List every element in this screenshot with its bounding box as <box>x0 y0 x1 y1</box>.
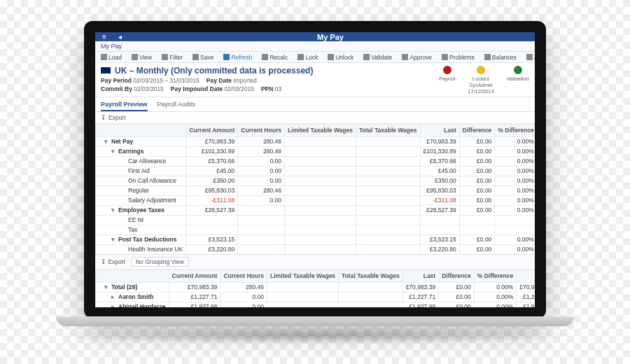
col-header[interactable]: Limited Taxable Wages <box>267 270 339 282</box>
table-row[interactable]: Regular£95,830.03280.46£95,830.03£0.000.… <box>96 186 536 195</box>
expand-icon[interactable]: ▸ <box>111 303 117 307</box>
col-header[interactable]: Current Amount <box>169 270 220 282</box>
app-title: My Pay <box>130 33 531 41</box>
employee-grid[interactable]: Current AmountCurrent HoursLimited Taxab… <box>95 270 535 307</box>
problems-button[interactable]: Problems <box>439 52 477 62</box>
export-button[interactable]: ↧ Export <box>101 114 126 121</box>
titlebar: ≡ ◂ My Pay <box>95 32 535 41</box>
table-row[interactable]: Health Insurance UK£3,220.80£3,220.80£0.… <box>96 244 536 254</box>
filter-icon <box>162 54 168 60</box>
export-bar: ↧ Export <box>95 112 535 124</box>
unlock-icon <box>328 54 334 60</box>
expand-icon[interactable]: ▾ <box>104 138 110 145</box>
col-header[interactable]: Total Taxable Wages <box>356 124 420 136</box>
expand-icon[interactable]: ▸ <box>111 293 117 300</box>
status-dot: Locked SysAdmin 17/12/2014 <box>468 66 494 94</box>
uk-flag-icon <box>101 67 111 74</box>
table-row[interactable]: ▾Employee Taxes£28,527.39£28,527.39£0.00… <box>96 205 536 215</box>
refresh-button[interactable]: Refresh <box>220 52 255 62</box>
table-row[interactable]: Salary Adjustment-£311.080.00-£311.08£0.… <box>96 195 536 205</box>
menu-icon[interactable]: ≡ <box>99 33 109 41</box>
audits-button[interactable]: Audits <box>524 52 535 62</box>
col-header[interactable]: MTD <box>517 270 535 282</box>
table-row[interactable]: Tax£20,934.12 <box>96 225 536 234</box>
recalc-icon <box>262 54 268 60</box>
status-dot: Validation <box>507 66 529 94</box>
expand-icon[interactable]: ▾ <box>111 148 117 155</box>
table-row[interactable]: ▸Aaron Smith£1,227.710.00£1,227.71£0.000… <box>96 292 536 302</box>
grouping-view-label[interactable]: No Grouping View <box>131 257 189 267</box>
col-header[interactable] <box>96 124 186 136</box>
expand-icon[interactable]: ▾ <box>104 284 110 290</box>
load-icon <box>101 54 107 60</box>
page-header: UK – Monthly (Only committed data is pro… <box>95 63 535 97</box>
validate-icon <box>363 54 370 60</box>
table-row[interactable]: ▾Net Pay£70,983.39280.46£70,983.39£0.000… <box>96 136 536 146</box>
summary-grid[interactable]: Current AmountCurrent HoursLimited Taxab… <box>95 124 535 254</box>
table-row[interactable]: On Call Allowance£350.000.00£350.00£0.00… <box>96 176 536 186</box>
back-icon[interactable]: ◂ <box>115 33 125 41</box>
view-button[interactable]: View <box>129 52 155 62</box>
col-header[interactable]: % Difference <box>474 270 517 282</box>
table-row[interactable]: ▾Earnings£101,330.89280.46£101,330.89£0.… <box>96 146 536 156</box>
view-icon <box>132 54 138 60</box>
col-header[interactable]: Current Hours <box>220 270 267 282</box>
col-header[interactable]: % Difference <box>495 124 535 136</box>
tab-payroll-audits[interactable]: Payroll Audits <box>158 99 196 111</box>
expand-icon[interactable]: ▾ <box>111 236 117 243</box>
approve-icon <box>402 54 408 60</box>
table-row[interactable]: ▾Total (29)£70,983.39280.46£70,983.39£0.… <box>96 282 536 292</box>
col-header[interactable]: Last <box>420 124 459 136</box>
col-header[interactable]: Difference <box>459 124 495 136</box>
validate-button[interactable]: Validate <box>360 52 395 62</box>
refresh-icon <box>223 54 230 60</box>
col-header[interactable]: Limited Taxable Wages <box>284 124 356 136</box>
table-row[interactable]: ▸Abigail Hardacre£1,927.980.00£1,927.98£… <box>96 302 536 307</box>
approve-button[interactable]: Approve <box>399 52 435 62</box>
balances-icon <box>484 54 491 60</box>
load-button[interactable]: Load <box>98 52 125 62</box>
filter-button[interactable]: Filter <box>159 52 186 62</box>
tab-payroll-preview[interactable]: Payroll Preview <box>101 99 148 111</box>
table-row[interactable]: EE NI£7,593.27 <box>96 215 536 225</box>
col-header[interactable] <box>96 270 169 282</box>
col-header[interactable]: Current Hours <box>238 124 285 136</box>
status-dot: Payroll <box>439 66 455 94</box>
save-button[interactable]: Save <box>190 52 216 62</box>
mid-bar: ↧ Export No Grouping View <box>95 254 535 270</box>
balances-button[interactable]: Balances <box>482 52 519 62</box>
lock-icon <box>298 54 304 60</box>
col-header[interactable]: Current Amount <box>186 124 238 136</box>
col-header[interactable]: Difference <box>439 270 475 282</box>
table-row[interactable]: First Aid£45.000.00£45.00£0.000.00%£45.0… <box>96 166 536 176</box>
table-row[interactable]: ▾Post Tax Deductions£3,523.15£3,523.15£0… <box>96 234 536 244</box>
table-row[interactable]: Car Allowance£5,370.660.00£5,370.66£0.00… <box>96 156 536 166</box>
col-header[interactable]: Total Taxable Wages <box>339 270 403 282</box>
unlock-button[interactable]: Unlock <box>325 52 356 62</box>
breadcrumb[interactable]: My Pay <box>95 41 535 52</box>
export-button-2[interactable]: ↧ Export <box>101 258 125 265</box>
toolbar: LoadViewFilterSaveRefreshRecalcLockUnloc… <box>95 52 535 63</box>
subtabs: Payroll PreviewPayroll Audits <box>95 97 535 112</box>
status-indicators: PayrollLocked SysAdmin 17/12/2014Validat… <box>439 66 529 94</box>
col-header[interactable]: Last <box>402 270 439 282</box>
lock-button[interactable]: Lock <box>295 52 321 62</box>
save-icon <box>192 54 199 60</box>
expand-icon[interactable]: ▾ <box>111 206 117 214</box>
audits-icon <box>526 54 533 60</box>
recalc-button[interactable]: Recalc <box>259 52 290 62</box>
problems-icon <box>442 54 448 60</box>
